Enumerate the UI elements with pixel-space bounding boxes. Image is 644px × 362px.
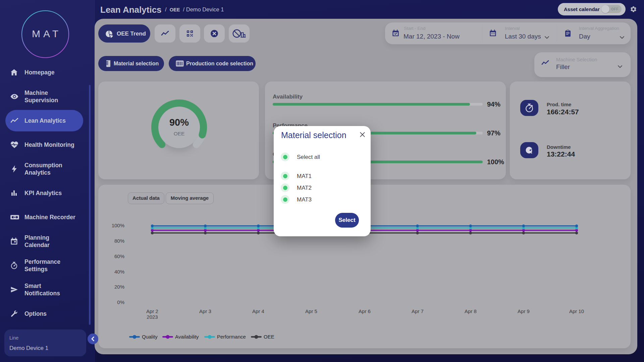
svg-text:Apr 2: Apr 2 [146,308,158,314]
svg-text:Apr 8: Apr 8 [465,308,477,314]
svg-text:Apr 10: Apr 10 [569,308,584,314]
svg-text:Apr 7: Apr 7 [412,308,424,314]
svg-text:Quality: Quality [142,334,158,340]
svg-text:Apr 9: Apr 9 [518,308,530,314]
svg-text:OEE: OEE [174,131,185,136]
svg-text:0%: 0% [117,299,124,305]
svg-text:20%: 20% [114,284,124,290]
svg-text:60%: 60% [114,253,124,259]
svg-text:2023: 2023 [147,314,158,320]
svg-text:Apr 3: Apr 3 [199,308,211,314]
svg-text:MAT: MAT [32,28,61,39]
svg-text:Apr 4: Apr 4 [252,308,264,314]
svg-text:Performance: Performance [217,334,246,340]
svg-text:Availability: Availability [175,334,199,340]
svg-text:OEE: OEE [264,334,274,340]
svg-text:Apr 6: Apr 6 [359,308,371,314]
svg-text:40%: 40% [114,269,124,275]
svg-text:Apr 5: Apr 5 [305,308,317,314]
svg-text:90%: 90% [169,117,189,128]
svg-text:100%: 100% [112,223,124,228]
svg-text:80%: 80% [114,238,124,244]
